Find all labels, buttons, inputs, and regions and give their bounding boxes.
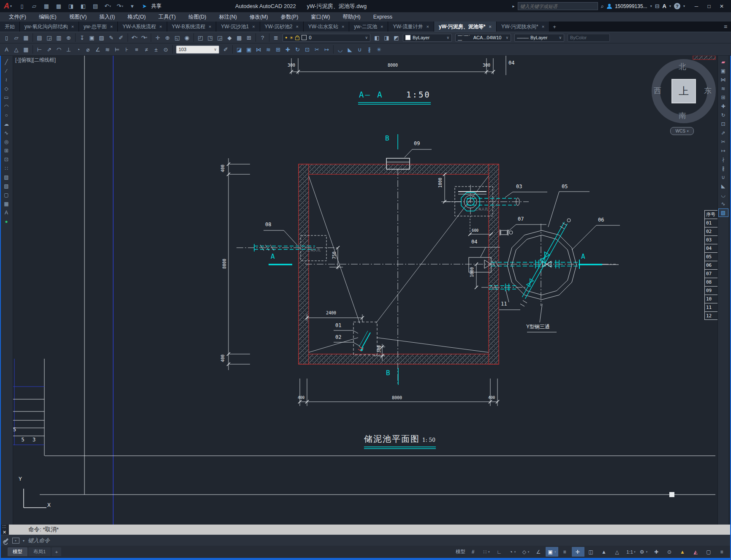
tab-close-icon[interactable]: × <box>427 24 429 29</box>
dim-1000-lower[interactable]: 1000 <box>470 266 474 279</box>
diagonal-pipe-05[interactable] <box>520 192 590 306</box>
render-icon[interactable]: ◆ <box>225 32 234 43</box>
drawing-frame[interactable] <box>40 56 715 525</box>
marker-a-left[interactable]: A <box>271 253 275 260</box>
mirror-icon[interactable]: ⋈ <box>254 44 264 54</box>
document-tab[interactable]: YW-B系统流程 × <box>167 22 217 32</box>
undo-icon[interactable]: ↶▾ <box>130 32 139 43</box>
plot-preview-icon[interactable]: ◲ <box>44 32 54 43</box>
dim-space-icon[interactable]: ≡ <box>132 44 141 54</box>
quickcalc-icon[interactable]: ⊞ <box>244 32 254 43</box>
label-05[interactable]: 05 <box>562 184 568 189</box>
copy-clip-icon[interactable]: ▣ <box>87 32 97 43</box>
marker-a-right[interactable]: A <box>581 253 585 260</box>
dim-aligned-icon[interactable]: ⇗ <box>44 44 54 54</box>
hatch-icon[interactable]: ▨ <box>1 173 11 181</box>
grid-toggle[interactable]: # <box>467 547 480 557</box>
workspace-switching[interactable]: ⚙▾ <box>637 547 650 557</box>
note-manhole-left[interactable]: 上有人孔 <box>307 249 321 252</box>
tab-close-icon[interactable]: × <box>159 24 162 29</box>
performance-badge[interactable]: ◭ <box>690 547 702 557</box>
document-tab[interactable]: YW-沉砂池2 × <box>260 22 304 32</box>
selection-cycling-toggle[interactable]: ◫ <box>585 547 598 557</box>
tab-close-icon[interactable]: × <box>296 24 298 29</box>
document-tab[interactable]: YW-沉沙池1 × <box>216 22 260 32</box>
etransmit-icon[interactable]: ⊕ <box>64 32 73 43</box>
fillet-icon[interactable]: ◡ <box>335 44 345 54</box>
drawing-workspace[interactable]: [-][俯视][二维线框] 300 8000 300 04 A— A 1:50 … <box>0 56 731 525</box>
bottom-dimension[interactable] <box>298 379 499 406</box>
stretch-icon[interactable]: ⇗ <box>718 129 728 137</box>
dim-top-left[interactable]: 300 <box>285 63 297 68</box>
dim-bottom-right[interactable]: 400 <box>488 396 495 400</box>
layer-combo[interactable]: ● ☀ 0 <box>283 34 370 42</box>
document-tab[interactable]: YW-A系统流程 × <box>118 22 167 32</box>
tab-close-icon[interactable]: × <box>71 24 74 29</box>
note-tee[interactable]: Y型钢三通 <box>526 324 550 329</box>
fillet-icon[interactable]: ◡ <box>718 191 728 199</box>
save-icon[interactable]: ▦ <box>21 32 31 43</box>
dim-radius-icon[interactable]: ◔ <box>73 44 83 54</box>
menu-item[interactable]: 修改(M) <box>243 12 274 22</box>
pan-icon[interactable]: ✛ <box>153 32 163 43</box>
plan-title[interactable]: 储泥池平面图1: 50 <box>364 435 435 443</box>
circle-icon[interactable]: ○ <box>1 111 11 119</box>
label-09[interactable]: 09 <box>414 141 420 146</box>
tab-close-icon[interactable]: × <box>380 24 383 29</box>
viewports-icon[interactable]: ◰ <box>196 32 205 43</box>
viewcube-west[interactable]: 西 <box>654 86 661 96</box>
help-icon[interactable]: ? <box>674 3 680 9</box>
search-input[interactable] <box>518 2 598 10</box>
point-style-icon[interactable]: ● <box>1 217 11 226</box>
tab-close-icon[interactable]: × <box>209 24 211 29</box>
mtext-icon[interactable]: A <box>1 208 11 217</box>
dim-break-icon[interactable]: ≠ <box>141 44 151 54</box>
new-tab-button[interactable]: + <box>549 22 560 32</box>
explode-icon[interactable]: ✳ <box>374 44 384 54</box>
otrack-toggle[interactable]: ∠ <box>533 547 545 557</box>
save-icon[interactable]: ▦ <box>41 1 52 11</box>
layer-properties-icon[interactable]: ≣ <box>271 32 281 43</box>
copy-icon[interactable]: ▣ <box>244 44 254 54</box>
linetype-combo[interactable]: — · — · — ACA...04W10 <box>455 34 511 42</box>
rotate-icon[interactable]: ↻ <box>718 111 728 119</box>
menu-item[interactable]: 帮助(H) <box>336 12 367 22</box>
document-tab[interactable]: YW-出水泵站 × <box>304 22 350 32</box>
wcs-selector[interactable]: WCS▾ <box>670 127 694 135</box>
zoom-realtime-icon[interactable]: ⊕ <box>163 32 172 43</box>
publish-icon[interactable]: ▥ <box>54 32 64 43</box>
arc-icon[interactable]: ◠ <box>1 102 11 111</box>
section-scale[interactable]: 1:50 <box>406 91 431 99</box>
materials-icon[interactable]: ▩ <box>234 32 244 43</box>
document-tab[interactable]: yW-污泥房、泥池等* × <box>434 22 497 32</box>
dim-750[interactable]: 750 <box>332 250 337 261</box>
revcloud-icon[interactable]: ☁ <box>1 120 11 128</box>
break-icon[interactable]: ∦ <box>364 44 374 54</box>
left-dimension[interactable] <box>227 158 250 370</box>
new-layout-button[interactable]: + <box>52 547 61 556</box>
document-tab[interactable]: YW-流量计井 × <box>388 22 434 32</box>
block-editor-icon[interactable]: ✐ <box>116 32 126 43</box>
break-icon[interactable]: ∦ <box>718 164 728 173</box>
isodraft-toggle[interactable]: ◇▾ <box>519 547 532 557</box>
valve-07-assembly[interactable] <box>468 219 546 236</box>
qnew-icon[interactable]: ▯ <box>2 32 11 43</box>
app-store-icon[interactable]: ⊟ <box>655 3 660 9</box>
dim-left-mid[interactable]: 8000 <box>223 255 227 272</box>
note-manhole-right[interactable]: 上有人孔 <box>475 208 488 211</box>
dim-2400[interactable]: 2400 <box>326 311 336 315</box>
dim-style-icon[interactable]: △ <box>11 44 21 54</box>
menu-item[interactable]: 格式(O) <box>121 12 152 22</box>
menu-item[interactable]: 绘图(D) <box>182 12 212 22</box>
plot-icon[interactable]: ▤ <box>35 32 44 43</box>
construction-line-icon[interactable]: ∕ <box>1 67 11 75</box>
paste-icon[interactable]: ▨ <box>97 32 106 43</box>
dim-left-top[interactable]: 400 <box>221 163 225 173</box>
dim-linear-icon[interactable]: ⊢ <box>35 44 44 54</box>
recent-commands-caret-icon[interactable]: ▾ <box>23 539 24 543</box>
layout1-tab[interactable]: 布局1 <box>28 547 51 556</box>
ortho-toggle[interactable]: ∟ <box>493 547 506 557</box>
polyline-icon[interactable]: ≀ <box>1 76 11 84</box>
document-tab[interactable]: yw-二沉池 × <box>349 22 388 32</box>
command-input-row[interactable]: ▸ ▾ 键入命令 <box>0 535 731 546</box>
